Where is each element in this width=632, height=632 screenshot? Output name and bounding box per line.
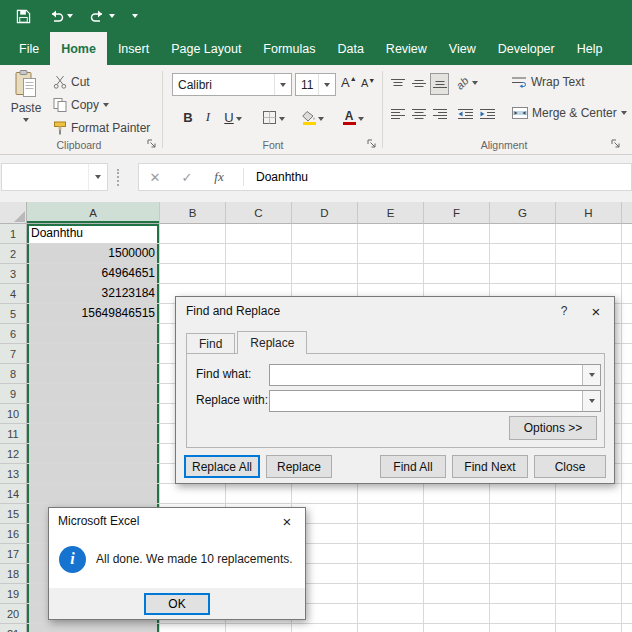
- cell-overflow-3[interactable]: [622, 264, 632, 284]
- row-header-1[interactable]: 1: [0, 224, 27, 244]
- cell-F19[interactable]: [424, 584, 490, 604]
- cell-H20[interactable]: [556, 604, 622, 624]
- row-header-18[interactable]: 18: [0, 564, 27, 584]
- cell-overflow-6[interactable]: [622, 324, 632, 344]
- cell-A4[interactable]: 32123184: [27, 284, 160, 304]
- row-header-8[interactable]: 8: [0, 364, 27, 384]
- cell-C3[interactable]: [226, 264, 292, 284]
- row-header-9[interactable]: 9: [0, 384, 27, 404]
- paste-button[interactable]: Paste: [4, 70, 48, 122]
- cell-F14[interactable]: [424, 484, 490, 504]
- font-name-combobox[interactable]: Calibri: [172, 73, 292, 96]
- cell-E15[interactable]: [358, 504, 424, 524]
- row-header-13[interactable]: 13: [0, 464, 27, 484]
- align-left-button[interactable]: [388, 103, 407, 125]
- cell-A8[interactable]: [27, 364, 160, 384]
- close-icon[interactable]: ×: [578, 297, 614, 325]
- find-all-button[interactable]: Find All: [380, 455, 446, 478]
- cell-E19[interactable]: [358, 584, 424, 604]
- find-next-button[interactable]: Find Next: [452, 455, 528, 478]
- cell-overflow-10[interactable]: [622, 404, 632, 424]
- cell-C2[interactable]: [226, 244, 292, 264]
- select-all-corner[interactable]: [0, 202, 27, 224]
- cell-G18[interactable]: [490, 564, 556, 584]
- cell-overflow-19[interactable]: [622, 584, 632, 604]
- row-header-16[interactable]: 16: [0, 524, 27, 544]
- cell-overflow-7[interactable]: [622, 344, 632, 364]
- copy-button[interactable]: Copy: [53, 95, 109, 115]
- tab-data[interactable]: Data: [326, 32, 374, 65]
- save-button[interactable]: [16, 9, 31, 24]
- cell-overflow-9[interactable]: [622, 384, 632, 404]
- tab-formulas[interactable]: Formulas: [252, 32, 326, 65]
- underline-button[interactable]: U: [218, 103, 248, 127]
- italic-button[interactable]: I: [200, 103, 216, 127]
- close-icon[interactable]: ×: [269, 508, 305, 534]
- cell-D3[interactable]: [292, 264, 358, 284]
- cell-overflow-14[interactable]: [622, 484, 632, 504]
- cell-G19[interactable]: [490, 584, 556, 604]
- cell-F3[interactable]: [424, 264, 490, 284]
- column-header-E[interactable]: E: [358, 202, 424, 224]
- cell-E2[interactable]: [358, 244, 424, 264]
- cell-A7[interactable]: [27, 344, 160, 364]
- cell-F17[interactable]: [424, 544, 490, 564]
- font-size-combobox[interactable]: 11: [295, 73, 336, 96]
- undo-button[interactable]: [48, 9, 73, 23]
- borders-button[interactable]: [256, 103, 290, 127]
- clipboard-dialog-launcher-icon[interactable]: [146, 138, 158, 150]
- row-header-20[interactable]: 20: [0, 604, 27, 624]
- formula-bar[interactable]: ✕ ✓ fx Doanhthu: [138, 163, 632, 191]
- row-header-10[interactable]: 10: [0, 404, 27, 424]
- help-button[interactable]: ?: [550, 304, 578, 318]
- options-button[interactable]: Options >>: [509, 416, 597, 440]
- cell-A6[interactable]: [27, 324, 160, 344]
- cell-A21[interactable]: [27, 624, 160, 632]
- cell-A12[interactable]: [27, 444, 160, 464]
- cell-G21[interactable]: [490, 624, 556, 632]
- cell-overflow-17[interactable]: [622, 544, 632, 564]
- column-header-H[interactable]: H: [556, 202, 622, 224]
- row-header-12[interactable]: 12: [0, 444, 27, 464]
- row-header-14[interactable]: 14: [0, 484, 27, 504]
- merge-center-button[interactable]: Merge & Center: [512, 103, 627, 123]
- cell-H21[interactable]: [556, 624, 622, 632]
- name-box[interactable]: [1, 163, 108, 191]
- cell-H2[interactable]: [556, 244, 622, 264]
- tab-insert[interactable]: Insert: [107, 32, 160, 65]
- decrease-font-size-button[interactable]: A▼: [361, 77, 375, 89]
- cancel-button[interactable]: ✕: [139, 170, 171, 185]
- row-header-5[interactable]: 5: [0, 304, 27, 324]
- insert-function-button[interactable]: fx: [203, 169, 235, 185]
- cell-A3[interactable]: 64964651: [27, 264, 160, 284]
- increase-indent-button[interactable]: [478, 103, 497, 125]
- cell-A9[interactable]: [27, 384, 160, 404]
- cell-C14[interactable]: [226, 484, 292, 504]
- redo-button[interactable]: [90, 9, 115, 23]
- cell-H18[interactable]: [556, 564, 622, 584]
- replace-with-combobox[interactable]: [269, 390, 601, 412]
- cell-E14[interactable]: [358, 484, 424, 504]
- cell-E21[interactable]: [358, 624, 424, 632]
- cell-G3[interactable]: [490, 264, 556, 284]
- find-what-dropdown[interactable]: [582, 365, 600, 385]
- cell-B3[interactable]: [160, 264, 226, 284]
- name-box-dropdown[interactable]: [88, 164, 107, 190]
- cell-overflow-11[interactable]: [622, 424, 632, 444]
- cell-H15[interactable]: [556, 504, 622, 524]
- row-header-21[interactable]: 21: [0, 624, 27, 632]
- cell-D21[interactable]: [292, 624, 358, 632]
- cell-overflow-18[interactable]: [622, 564, 632, 584]
- align-center-button[interactable]: [409, 103, 428, 125]
- cell-overflow-13[interactable]: [622, 464, 632, 484]
- cell-E1[interactable]: [358, 224, 424, 244]
- message-box-title-bar[interactable]: Microsoft Excel ×: [49, 508, 305, 534]
- replace-with-dropdown[interactable]: [582, 391, 600, 411]
- cell-overflow-12[interactable]: [622, 444, 632, 464]
- tab-find[interactable]: Find: [186, 333, 235, 353]
- tab-page-layout[interactable]: Page Layout: [160, 32, 252, 65]
- row-header-11[interactable]: 11: [0, 424, 27, 444]
- decrease-indent-button[interactable]: [456, 103, 475, 125]
- cell-F2[interactable]: [424, 244, 490, 264]
- tab-replace[interactable]: Replace: [237, 331, 307, 354]
